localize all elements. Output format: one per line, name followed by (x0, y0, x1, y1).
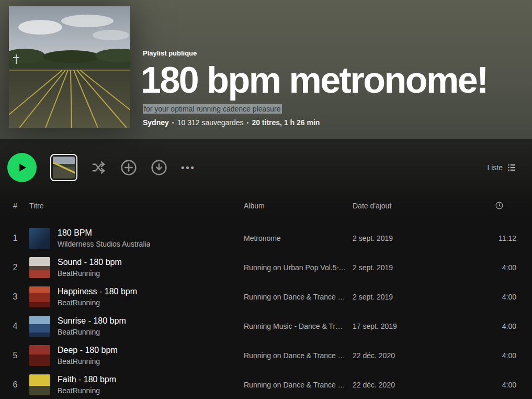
track-number: 6 (8, 380, 22, 390)
play-button[interactable] (7, 153, 37, 182)
playlist-description-text: for your optimal running cadence pleasur… (143, 104, 282, 114)
track-date-added: 2 sept. 2019 (353, 293, 452, 301)
track-number: 3 (8, 292, 22, 302)
track-title[interactable]: 180 BPM (58, 228, 150, 238)
track-date-added: 2 sept. 2019 (353, 263, 452, 272)
track-artist[interactable]: BeatRunning (58, 386, 116, 395)
view-toggle-label: Liste (487, 163, 503, 172)
track-artist[interactable]: BeatRunning (58, 298, 137, 307)
track-album[interactable]: Running on Dance & Trance V... (244, 381, 345, 389)
playlist-info: Playlist publique 180 bpm metronome! for… (143, 49, 519, 128)
track-title[interactable]: Faith - 180 bpm (58, 375, 116, 384)
track-row[interactable]: 2 Sound - 180 bpm BeatRunning Running on… (0, 253, 532, 282)
track-artist[interactable]: BeatRunning (58, 328, 126, 336)
track-album[interactable]: Running on Dance & Trance V... (244, 293, 345, 301)
track-duration: 11:12 (459, 234, 517, 242)
plus-circle-icon (120, 159, 137, 176)
track-album[interactable]: Running on Urban Pop Vol.5-... (244, 263, 345, 272)
playlist-stats: 20 titres, 1 h 26 min (252, 118, 320, 127)
playlist-body: ••• Liste # Titre Album Date d'ajout 1 (0, 139, 532, 399)
track-thumbnail (29, 374, 50, 395)
track-thumbnail (29, 228, 50, 249)
playlist-description: for your optimal running cadence pleasur… (143, 105, 519, 113)
column-header-album[interactable]: Album (244, 202, 345, 210)
play-icon (16, 161, 28, 174)
playlist-title: 180 bpm metronome! (141, 62, 519, 98)
saves-count: 10 312 sauvegardes (177, 118, 244, 127)
track-thumbnail (29, 257, 50, 278)
playlist-cover-art[interactable] (9, 6, 130, 128)
track-artist[interactable]: BeatRunning (58, 269, 122, 278)
track-title[interactable]: Deep - 180 bpm (58, 346, 118, 355)
list-icon (507, 163, 516, 172)
more-options-button[interactable]: ••• (181, 162, 196, 173)
track-number: 1 (8, 234, 22, 243)
action-bar: ••• Liste (0, 139, 532, 196)
column-header-index[interactable]: # (8, 201, 22, 210)
track-date-added: 22 déc. 2020 (353, 351, 452, 360)
track-album[interactable]: Metronome (244, 234, 345, 242)
track-album[interactable]: Running Music - Dance & Tra... (244, 322, 345, 330)
download-button[interactable] (151, 159, 167, 176)
playlist-header: Playlist publique 180 bpm metronome! for… (0, 0, 532, 139)
track-date-added: 22 déc. 2020 (353, 381, 452, 389)
shuffle-button[interactable] (91, 160, 107, 175)
track-duration: 4:00 (459, 263, 517, 272)
track-row[interactable]: 3 Happiness - 180 bpm BeatRunning Runnin… (0, 282, 532, 312)
track-row[interactable]: 5 Deep - 180 bpm BeatRunning Running on … (0, 341, 532, 370)
running-track-photo (9, 6, 130, 128)
shuffle-icon (91, 160, 107, 175)
owner-link[interactable]: Sydney (143, 118, 169, 127)
track-row[interactable]: 6 Faith - 180 bpm BeatRunning Running on… (0, 370, 532, 399)
track-thumbnail (29, 286, 50, 307)
column-header-title[interactable]: Titre (29, 202, 236, 210)
track-thumbnail (29, 345, 50, 366)
track-duration: 4:00 (459, 381, 517, 389)
track-row[interactable]: 4 Sunrise - 180 bpm BeatRunning Running … (0, 312, 532, 341)
mini-cover-button[interactable] (50, 154, 77, 181)
add-to-library-button[interactable] (120, 159, 137, 176)
track-duration: 4:00 (459, 293, 517, 301)
track-artist[interactable]: BeatRunning (58, 357, 118, 365)
track-title[interactable]: Sunrise - 180 bpm (58, 316, 126, 326)
clock-icon (495, 201, 504, 210)
track-date-added: 17 sept. 2019 (353, 322, 452, 330)
track-title[interactable]: Happiness - 180 bpm (58, 287, 137, 296)
track-title[interactable]: Sound - 180 bpm (58, 258, 122, 267)
track-thumbnail (29, 316, 50, 337)
track-album[interactable]: Running on Dance & Trance V... (244, 351, 345, 360)
track-duration: 4:00 (459, 322, 517, 330)
track-artist[interactable]: Wilderness Studios Australia (58, 240, 150, 248)
mini-cover-image (53, 157, 75, 179)
track-number: 2 (8, 263, 22, 272)
view-toggle-button[interactable]: Liste (487, 163, 516, 172)
track-table: # Titre Album Date d'ajout 1 180 BPM Wil… (0, 196, 532, 399)
separator-dot: • (172, 119, 174, 126)
download-icon (151, 159, 167, 176)
playlist-type-label: Playlist publique (143, 49, 519, 57)
table-header: # Titre Album Date d'ajout (0, 196, 532, 215)
track-duration: 4:00 (459, 351, 517, 360)
playlist-meta-line: Sydney • 10 312 sauvegardes • 20 titres,… (143, 118, 519, 127)
separator-dot: • (247, 119, 249, 126)
track-date-added: 2 sept. 2019 (353, 234, 452, 242)
column-header-duration[interactable] (459, 201, 517, 210)
track-number: 4 (8, 322, 22, 331)
column-header-date[interactable]: Date d'ajout (353, 202, 452, 210)
track-number: 5 (8, 351, 22, 360)
track-row[interactable]: 1 180 BPM Wilderness Studios Australia M… (0, 224, 532, 253)
